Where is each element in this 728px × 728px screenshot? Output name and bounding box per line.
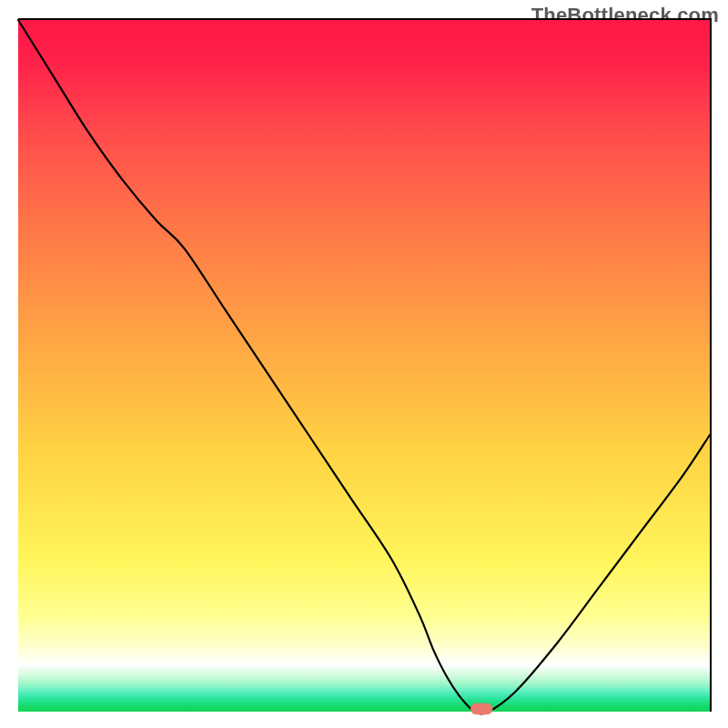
plot-area xyxy=(18,18,712,712)
chart-container: TheBottleneck.com xyxy=(0,0,728,728)
minimum-marker xyxy=(470,703,492,714)
svg-rect-0 xyxy=(470,703,492,714)
bottleneck-curve xyxy=(18,20,710,713)
curve-svg xyxy=(18,20,710,712)
